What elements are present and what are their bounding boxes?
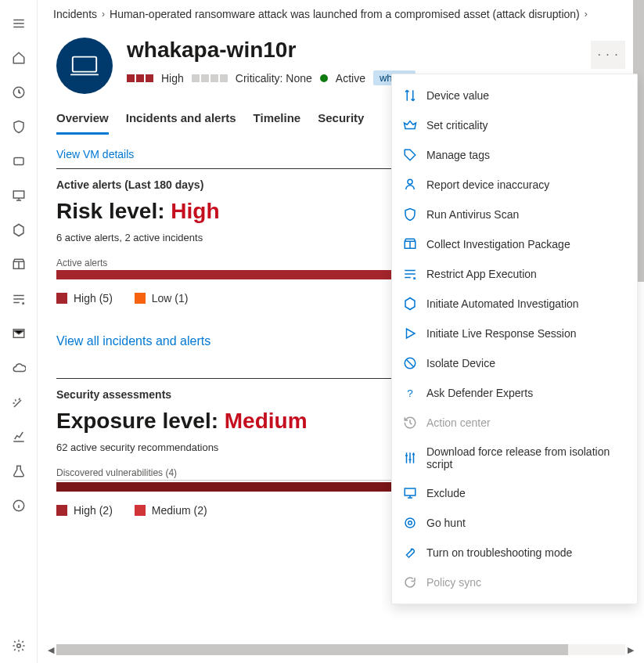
menu-item-download-force-release-from-isolation-script[interactable]: Download force release from isolation sc… <box>392 438 637 478</box>
sort-icon <box>403 88 417 103</box>
svg-rect-9 <box>73 57 96 72</box>
more-actions-button[interactable]: · · · <box>591 41 625 69</box>
breadcrumb-incidents[interactable]: Incidents <box>53 8 97 20</box>
menu-item-turn-on-troubleshooting-mode[interactable]: Turn on troubleshooting mode <box>392 538 637 568</box>
chevron-right-icon: › <box>102 9 105 20</box>
legend-swatch <box>135 293 146 304</box>
scroll-thumb[interactable] <box>56 644 568 655</box>
breadcrumb-incident-title[interactable]: Human-operated ransomware attack was lau… <box>110 8 580 20</box>
scroll-left-arrow[interactable]: ◀ <box>45 645 56 655</box>
package-icon <box>403 237 417 251</box>
legend-item: High (2) <box>56 504 113 517</box>
legend-item: Medium (2) <box>135 504 207 517</box>
restrict-icon <box>403 267 417 281</box>
menu-item-action-center: Action center <box>392 408 637 438</box>
menu-item-restrict-app-execution[interactable]: Restrict App Execution <box>392 259 637 289</box>
menu-item-manage-tags[interactable]: Manage tags <box>392 140 637 170</box>
scroll-right-arrow[interactable]: ▶ <box>625 645 636 655</box>
nav-wand[interactable] <box>0 385 38 420</box>
shield-icon <box>403 207 417 222</box>
nav-card[interactable] <box>0 144 38 178</box>
menu-item-isolate-device[interactable]: Isolate Device <box>392 348 637 378</box>
nav-package[interactable] <box>0 247 38 282</box>
status-dot-icon <box>320 74 328 82</box>
block-icon <box>403 356 417 370</box>
breadcrumb: Incidents › Human-operated ransomware at… <box>38 0 644 25</box>
legend-label: High (2) <box>74 504 113 517</box>
legend-swatch <box>56 293 67 304</box>
menu-item-label: Action center <box>426 416 491 429</box>
nav-lab[interactable] <box>0 454 38 488</box>
menu-item-label: Exclude <box>426 487 466 499</box>
play-icon <box>403 326 417 341</box>
legend-label: Medium (2) <box>152 504 207 517</box>
risk-label: High <box>161 72 184 85</box>
menu-item-label: Set criticality <box>426 119 488 132</box>
nav-mail[interactable] <box>0 316 38 351</box>
legend-swatch <box>135 505 146 516</box>
legend-label: Low (1) <box>152 292 189 304</box>
device-name: whakapa-win10r <box>127 38 577 63</box>
nav-cloud[interactable] <box>0 351 38 385</box>
menu-item-label: Collect Investigation Package <box>426 238 570 250</box>
menu-item-report-device-inaccuracy[interactable]: Report device inaccuracy <box>392 170 637 200</box>
monitor-icon <box>403 486 417 500</box>
menu-item-label: Report device inaccuracy <box>426 178 549 191</box>
menu-item-label: Policy sync <box>426 576 481 589</box>
tab-overview[interactable]: Overview <box>56 111 109 135</box>
menu-item-label: Initiate Live Response Session <box>426 327 576 340</box>
menu-item-ask-defender-experts[interactable]: Ask Defender Experts <box>392 378 637 408</box>
menu-item-label: Go hunt <box>426 517 466 529</box>
menu-item-label: Restrict App Execution <box>426 268 537 280</box>
nav-chart[interactable] <box>0 420 38 454</box>
nav-clock[interactable] <box>0 75 38 110</box>
nav-hex[interactable] <box>0 213 38 247</box>
menu-item-set-criticality[interactable]: Set criticality <box>392 110 637 140</box>
tab-incidents-and-alerts[interactable]: Incidents and alerts <box>126 111 236 135</box>
sync-icon <box>403 575 417 589</box>
criticality-indicator-squares <box>192 74 228 82</box>
tab-security[interactable]: Security <box>318 111 364 135</box>
tab-timeline[interactable]: Timeline <box>254 111 301 135</box>
tag-icon <box>403 148 417 162</box>
nav-info[interactable] <box>0 488 38 523</box>
history-icon <box>403 416 417 430</box>
menu-item-exclude[interactable]: Exclude <box>392 478 637 508</box>
legend-item: Low (1) <box>135 292 189 304</box>
hex-icon <box>403 297 417 311</box>
legend-label: High (5) <box>74 292 113 304</box>
nav-restrict[interactable] <box>0 282 38 316</box>
menu-item-go-hunt[interactable]: Go hunt <box>392 508 637 538</box>
menu-item-run-antivirus-scan[interactable]: Run Antivirus Scan <box>392 200 637 229</box>
sliders-icon <box>403 451 417 465</box>
status-label: Active <box>336 72 365 85</box>
nav-monitor[interactable] <box>0 178 38 213</box>
question-icon <box>403 386 417 400</box>
menu-item-policy-sync: Policy sync <box>392 568 637 597</box>
nav-shield[interactable] <box>0 110 38 144</box>
nav-home[interactable] <box>0 41 38 75</box>
device-avatar <box>56 38 113 94</box>
crown-icon <box>403 118 417 132</box>
wrench-icon <box>403 546 417 560</box>
menu-item-label: Ask Defender Experts <box>426 387 533 399</box>
legend-item: High (5) <box>56 292 113 304</box>
menu-item-label: Manage tags <box>426 149 490 161</box>
menu-item-initiate-live-response-session[interactable]: Initiate Live Response Session <box>392 319 637 348</box>
horizontal-scrollbar[interactable]: ◀ ▶ <box>45 644 636 655</box>
chevron-right-icon: › <box>585 9 588 20</box>
nav-hamburger[interactable] <box>0 6 38 41</box>
menu-item-label: Turn on troubleshooting mode <box>426 546 572 559</box>
menu-item-label: Download force release from isolation sc… <box>426 445 626 470</box>
menu-item-device-value[interactable]: Device value <box>392 81 637 110</box>
menu-item-initiate-automated-investigation[interactable]: Initiate Automated Investigation <box>392 289 637 319</box>
menu-item-collect-investigation-package[interactable]: Collect Investigation Package <box>392 229 637 259</box>
nav-gear[interactable] <box>0 629 38 663</box>
risk-indicator-squares <box>127 74 153 82</box>
criticality-label: Criticality: None <box>236 72 312 85</box>
target-icon <box>403 516 417 530</box>
menu-item-label: Device value <box>426 89 489 102</box>
left-nav-rail <box>0 0 38 663</box>
person-icon <box>403 178 417 192</box>
device-actions-menu: Device valueSet criticalityManage tagsRe… <box>391 74 638 604</box>
